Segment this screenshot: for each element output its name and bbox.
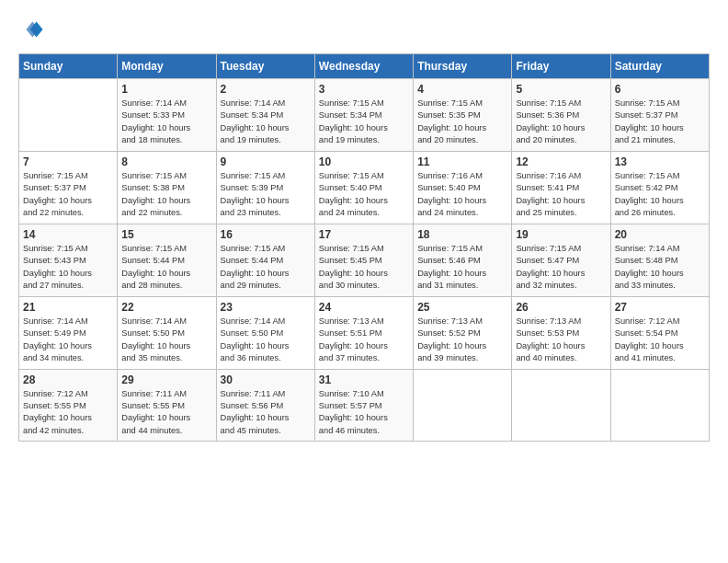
day-number: 28 bbox=[23, 373, 113, 386]
day-number: 26 bbox=[516, 301, 606, 314]
day-number: 24 bbox=[319, 301, 409, 314]
day-number: 11 bbox=[417, 155, 507, 168]
calendar-cell: 14Sunrise: 7:15 AMSunset: 5:43 PMDayligh… bbox=[19, 224, 118, 296]
cell-content: Sunrise: 7:15 AMSunset: 5:40 PMDaylight:… bbox=[319, 170, 409, 220]
cell-content: Sunrise: 7:15 AMSunset: 5:45 PMDaylight:… bbox=[319, 243, 409, 293]
day-number: 23 bbox=[221, 301, 311, 314]
cell-content: Sunrise: 7:16 AMSunset: 5:41 PMDaylight:… bbox=[516, 170, 606, 220]
calendar-cell: 21Sunrise: 7:14 AMSunset: 5:49 PMDayligh… bbox=[19, 296, 118, 369]
day-number: 10 bbox=[319, 155, 409, 168]
logo bbox=[18, 17, 48, 42]
cell-content: Sunrise: 7:15 AMSunset: 5:34 PMDaylight:… bbox=[319, 98, 409, 147]
calendar-cell: 30Sunrise: 7:11 AMSunset: 5:56 PMDayligh… bbox=[216, 369, 314, 442]
calendar-cell bbox=[512, 369, 610, 442]
day-number: 19 bbox=[516, 228, 606, 241]
cell-content: Sunrise: 7:14 AMSunset: 5:50 PMDaylight:… bbox=[121, 316, 211, 365]
header-row: SundayMondayTuesdayWednesdayThursdayFrid… bbox=[19, 54, 710, 79]
cell-content: Sunrise: 7:15 AMSunset: 5:37 PMDaylight:… bbox=[23, 170, 113, 220]
cell-content: Sunrise: 7:15 AMSunset: 5:46 PMDaylight:… bbox=[417, 243, 507, 293]
cell-content: Sunrise: 7:15 AMSunset: 5:38 PMDaylight:… bbox=[121, 170, 211, 220]
calendar-cell: 8Sunrise: 7:15 AMSunset: 5:38 PMDaylight… bbox=[118, 151, 216, 224]
day-number: 14 bbox=[23, 228, 113, 241]
week-row: 21Sunrise: 7:14 AMSunset: 5:49 PMDayligh… bbox=[19, 296, 710, 369]
cell-content: Sunrise: 7:10 AMSunset: 5:57 PMDaylight:… bbox=[319, 388, 409, 438]
cell-content: Sunrise: 7:14 AMSunset: 5:49 PMDaylight:… bbox=[23, 316, 113, 365]
calendar-cell: 6Sunrise: 7:15 AMSunset: 5:37 PMDaylight… bbox=[610, 79, 709, 152]
day-number: 13 bbox=[615, 155, 705, 168]
calendar-cell: 13Sunrise: 7:15 AMSunset: 5:42 PMDayligh… bbox=[610, 151, 709, 224]
cell-content: Sunrise: 7:15 AMSunset: 5:47 PMDaylight:… bbox=[516, 243, 606, 293]
cell-content: Sunrise: 7:13 AMSunset: 5:51 PMDaylight:… bbox=[319, 316, 409, 365]
day-number: 18 bbox=[417, 228, 507, 241]
cell-content: Sunrise: 7:15 AMSunset: 5:37 PMDaylight:… bbox=[615, 98, 705, 147]
calendar-cell: 23Sunrise: 7:14 AMSunset: 5:50 PMDayligh… bbox=[216, 296, 314, 369]
header bbox=[18, 17, 710, 42]
cell-content: Sunrise: 7:11 AMSunset: 5:55 PMDaylight:… bbox=[121, 388, 211, 438]
calendar-cell: 25Sunrise: 7:13 AMSunset: 5:52 PMDayligh… bbox=[414, 296, 512, 369]
calendar-cell: 2Sunrise: 7:14 AMSunset: 5:34 PMDaylight… bbox=[216, 79, 314, 152]
cell-content: Sunrise: 7:13 AMSunset: 5:52 PMDaylight:… bbox=[417, 316, 507, 365]
header-day: Sunday bbox=[19, 54, 118, 79]
day-number: 27 bbox=[615, 301, 705, 314]
day-number: 8 bbox=[121, 155, 211, 168]
day-number: 17 bbox=[319, 228, 409, 241]
week-row: 7Sunrise: 7:15 AMSunset: 5:37 PMDaylight… bbox=[19, 151, 710, 224]
day-number: 22 bbox=[121, 301, 211, 314]
cell-content: Sunrise: 7:14 AMSunset: 5:33 PMDaylight:… bbox=[121, 98, 211, 147]
cell-content: Sunrise: 7:15 AMSunset: 5:44 PMDaylight:… bbox=[121, 243, 211, 293]
calendar-cell: 9Sunrise: 7:15 AMSunset: 5:39 PMDaylight… bbox=[216, 151, 314, 224]
day-number: 2 bbox=[221, 83, 311, 96]
day-number: 31 bbox=[319, 373, 409, 386]
cell-content: Sunrise: 7:15 AMSunset: 5:44 PMDaylight:… bbox=[221, 243, 311, 293]
day-number: 6 bbox=[615, 83, 705, 96]
cell-content: Sunrise: 7:15 AMSunset: 5:36 PMDaylight:… bbox=[516, 98, 606, 147]
cell-content: Sunrise: 7:14 AMSunset: 5:48 PMDaylight:… bbox=[615, 243, 705, 293]
day-number: 1 bbox=[121, 83, 211, 96]
day-number: 29 bbox=[121, 373, 211, 386]
calendar-cell: 12Sunrise: 7:16 AMSunset: 5:41 PMDayligh… bbox=[512, 151, 610, 224]
day-number: 20 bbox=[615, 228, 705, 241]
logo-icon bbox=[18, 17, 44, 42]
calendar-cell: 4Sunrise: 7:15 AMSunset: 5:35 PMDaylight… bbox=[414, 79, 512, 152]
calendar-cell: 10Sunrise: 7:15 AMSunset: 5:40 PMDayligh… bbox=[314, 151, 413, 224]
calendar-cell: 22Sunrise: 7:14 AMSunset: 5:50 PMDayligh… bbox=[118, 296, 216, 369]
calendar-cell: 19Sunrise: 7:15 AMSunset: 5:47 PMDayligh… bbox=[512, 224, 610, 296]
calendar-cell: 17Sunrise: 7:15 AMSunset: 5:45 PMDayligh… bbox=[314, 224, 413, 296]
calendar-cell: 15Sunrise: 7:15 AMSunset: 5:44 PMDayligh… bbox=[118, 224, 216, 296]
calendar-cell: 29Sunrise: 7:11 AMSunset: 5:55 PMDayligh… bbox=[118, 369, 216, 442]
header-day: Friday bbox=[512, 54, 610, 79]
calendar-cell: 5Sunrise: 7:15 AMSunset: 5:36 PMDaylight… bbox=[512, 79, 610, 152]
header-day: Saturday bbox=[610, 54, 709, 79]
cell-content: Sunrise: 7:12 AMSunset: 5:54 PMDaylight:… bbox=[615, 316, 705, 365]
page: SundayMondayTuesdayWednesdayThursdayFrid… bbox=[0, 0, 728, 563]
calendar-cell: 1Sunrise: 7:14 AMSunset: 5:33 PMDaylight… bbox=[118, 79, 216, 152]
calendar-cell bbox=[610, 369, 709, 442]
week-row: 14Sunrise: 7:15 AMSunset: 5:43 PMDayligh… bbox=[19, 224, 710, 296]
cell-content: Sunrise: 7:15 AMSunset: 5:43 PMDaylight:… bbox=[23, 243, 113, 293]
day-number: 9 bbox=[221, 155, 311, 168]
calendar-cell: 7Sunrise: 7:15 AMSunset: 5:37 PMDaylight… bbox=[19, 151, 118, 224]
cell-content: Sunrise: 7:15 AMSunset: 5:35 PMDaylight:… bbox=[417, 98, 507, 147]
day-number: 15 bbox=[121, 228, 211, 241]
calendar-cell: 18Sunrise: 7:15 AMSunset: 5:46 PMDayligh… bbox=[414, 224, 512, 296]
calendar-table: SundayMondayTuesdayWednesdayThursdayFrid… bbox=[18, 53, 710, 442]
calendar-cell: 26Sunrise: 7:13 AMSunset: 5:53 PMDayligh… bbox=[512, 296, 610, 369]
calendar-cell: 16Sunrise: 7:15 AMSunset: 5:44 PMDayligh… bbox=[216, 224, 314, 296]
calendar-cell: 27Sunrise: 7:12 AMSunset: 5:54 PMDayligh… bbox=[610, 296, 709, 369]
day-number: 30 bbox=[221, 373, 311, 386]
calendar-cell: 24Sunrise: 7:13 AMSunset: 5:51 PMDayligh… bbox=[314, 296, 413, 369]
header-day: Wednesday bbox=[314, 54, 413, 79]
calendar-cell: 3Sunrise: 7:15 AMSunset: 5:34 PMDaylight… bbox=[314, 79, 413, 152]
header-day: Monday bbox=[118, 54, 216, 79]
calendar-cell: 11Sunrise: 7:16 AMSunset: 5:40 PMDayligh… bbox=[414, 151, 512, 224]
calendar-cell: 31Sunrise: 7:10 AMSunset: 5:57 PMDayligh… bbox=[314, 369, 413, 442]
cell-content: Sunrise: 7:15 AMSunset: 5:39 PMDaylight:… bbox=[221, 170, 311, 220]
calendar-cell: 28Sunrise: 7:12 AMSunset: 5:55 PMDayligh… bbox=[19, 369, 118, 442]
day-number: 21 bbox=[23, 301, 113, 314]
week-row: 28Sunrise: 7:12 AMSunset: 5:55 PMDayligh… bbox=[19, 369, 710, 442]
cell-content: Sunrise: 7:14 AMSunset: 5:50 PMDaylight:… bbox=[221, 316, 311, 365]
cell-content: Sunrise: 7:15 AMSunset: 5:42 PMDaylight:… bbox=[615, 170, 705, 220]
calendar-cell bbox=[414, 369, 512, 442]
day-number: 3 bbox=[319, 83, 409, 96]
calendar-cell bbox=[19, 79, 118, 152]
